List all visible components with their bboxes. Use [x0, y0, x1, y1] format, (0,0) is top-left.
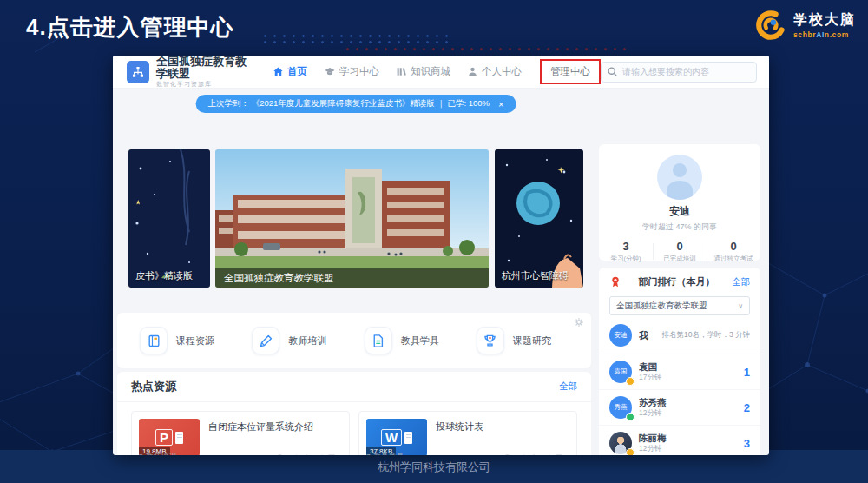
resource-category: 2.教师培训: [139, 452, 177, 455]
nav-item-learning-center[interactable]: 学习中心: [324, 65, 379, 78]
last-learned-notice[interactable]: 上次学到： 《2021年度儿童发展障碍康复行业蓝皮书》精读版 ｜ 已学: 100…: [196, 95, 516, 113]
ranking-all-link[interactable]: 全部: [732, 276, 750, 288]
hot-resources-card: 热点资源 全部 P 19.8MB 自闭症本位评量系统介绍 2.教师培训: [117, 372, 591, 455]
comment-icon: [327, 453, 336, 456]
search-icon: [607, 66, 618, 77]
avatar: [657, 155, 702, 200]
stat-passed-exams: 0 通过独立考试: [707, 240, 760, 263]
resource-title: 投球统计表: [436, 420, 483, 433]
banner-caption-center: 全国孤独症教育教学联盟: [215, 268, 489, 288]
pencil-icon: [259, 334, 273, 348]
award-ribbon-icon: [609, 275, 621, 288]
document-icon: [371, 334, 385, 348]
avatar: 袁国: [609, 361, 632, 383]
nav-item-personal-center[interactable]: 个人中心: [467, 65, 522, 78]
org-name: 全国孤独症教育教学联盟: [156, 56, 252, 80]
slide-canvas: 4.点击进入管理中心 学校大脑 schbrAIn.com 全国孤独症教育教学联盟…: [0, 0, 868, 483]
quick-link-research[interactable]: 课题研究: [477, 327, 551, 354]
brand-logo: 学校大脑 schbrAIn.com: [754, 9, 856, 42]
app-header: 全国孤独症教育教学联盟 数智化学习资源库 首页 学习中心 知识商城: [113, 56, 769, 89]
resource-category: 3.教具学具: [366, 452, 404, 455]
ppt-file-icon: P 19.8MB: [139, 419, 200, 455]
quick-link-teaching-aids[interactable]: 教具学具: [365, 327, 439, 354]
trophy-icon: [483, 334, 497, 348]
quick-link-course-resources[interactable]: 课程资源: [140, 327, 214, 354]
nav-item-knowledge-mall[interactable]: 知识商城: [396, 65, 450, 78]
dot-pattern-decoration-red: [343, 46, 629, 52]
ranking-title: 部门排行（本月）: [621, 275, 732, 288]
org-logo: [127, 61, 149, 83]
my-rank-detail: 排名第10名，学时：3 分钟: [661, 330, 750, 341]
person-icon: [467, 66, 478, 77]
hot-resources-title: 热点资源: [131, 379, 176, 394]
org-subtitle: 数智化学习资源库: [156, 81, 252, 88]
resource-stats: 1 | 0 | 0: [503, 453, 569, 455]
quick-link-teacher-training[interactable]: 教师培训: [252, 327, 326, 354]
chevron-down-icon: ∨: [738, 302, 743, 310]
page-screenshot: 全国孤独症教育教学联盟 数智化学习资源库 首页 学习中心 知识商城: [113, 56, 769, 455]
green-medal-icon: [626, 413, 635, 421]
gold-medal-icon: [626, 377, 635, 386]
banner-caption-right: 杭州市心智障碍: [502, 269, 569, 282]
schoolbrain-swirl-icon: [754, 9, 787, 42]
ranking-row[interactable]: 袁国 袁国17分钟 1: [599, 354, 760, 390]
ranking-row-me[interactable]: 安迪 我 排名第10名，学时：3 分钟: [599, 317, 760, 354]
banner-slide-right[interactable]: 杭州市心智障碍: [495, 149, 583, 288]
quick-links-card: 课程资源 教师培训 教具学具: [117, 313, 591, 368]
main-nav: 首页 学习中心 知识商城 个人中心 管理中心: [273, 59, 601, 84]
sitemap-icon: [131, 65, 145, 79]
home-icon: [273, 66, 284, 77]
thumbs-up-icon: [529, 453, 538, 456]
planet-illustration-image: [495, 149, 583, 288]
nav-item-admin-center-highlighted[interactable]: 管理中心: [540, 59, 601, 84]
profile-caption: 学时超过 47% 的同事: [599, 222, 760, 233]
resource-card-word[interactable]: W 37.8KB 投球统计表 3.教具学具 1 | 0 | 0: [358, 411, 577, 455]
dot-pattern-decoration: [260, 33, 451, 46]
close-icon[interactable]: ×: [498, 99, 503, 109]
avatar: 秀燕: [609, 396, 632, 419]
stat-study-minutes: 3 学习(分钟): [599, 240, 653, 263]
profile-stats: 3 学习(分钟) 0 已完成培训 0 通过独立考试: [599, 240, 760, 263]
banner-caption-left: 皮书》精读版: [135, 269, 193, 282]
brand-domain: schbrAIn.com: [793, 30, 856, 39]
banner-slide-left[interactable]: 皮书》精读版: [128, 149, 210, 288]
gold-medal-icon: [626, 448, 635, 455]
ranking-row[interactable]: 秀燕 苏秀燕12分钟 2: [599, 390, 760, 426]
company-footer: 杭州学同科技有限公司: [0, 460, 868, 475]
school-building-image: [215, 149, 489, 288]
graduation-cap-icon: [324, 66, 336, 77]
resource-stats: 1 | 0 | 0: [275, 453, 342, 455]
rank-number: 1: [744, 366, 750, 379]
notice-text: 上次学到： 《2021年度儿童发展障碍康复行业蓝皮书》精读版 ｜ 已学: 100…: [208, 98, 490, 109]
resource-title: 自闭症本位评量系统介绍: [208, 420, 313, 433]
rank-number: 3: [744, 437, 750, 450]
nav-item-home[interactable]: 首页: [273, 65, 307, 78]
stat-completed-trainings: 0 已完成培训: [653, 240, 707, 263]
library-books-icon: [396, 66, 407, 77]
rank-number: 2: [744, 401, 750, 414]
department-ranking-card: 部门排行（本月） 全部 全国孤独症教育教学联盟 ∨ 安迪 我 排名第10名，学时…: [599, 268, 760, 455]
comment-icon: [555, 453, 563, 456]
search-box: [601, 62, 757, 83]
department-select[interactable]: 全国孤独症教育教学联盟 ∨: [609, 296, 750, 315]
avatar: 安迪: [609, 324, 632, 347]
avatar: [609, 432, 632, 454]
eye-icon: [275, 453, 285, 455]
profile-card: 安迪 学时超过 47% 的同事 3 学习(分钟) 0 已完成培训 0 通过独立考…: [599, 144, 760, 261]
eye-icon: [503, 453, 512, 455]
app-body: 上次学到： 《2021年度儿童发展障碍康复行业蓝皮书》精读版 ｜ 已学: 100…: [113, 89, 769, 455]
hot-resources-all-link[interactable]: 全部: [559, 380, 577, 393]
book-icon: [147, 334, 161, 348]
gear-icon[interactable]: [574, 317, 584, 328]
brand-name: 学校大脑: [793, 11, 856, 30]
slide-title: 4.点击进入管理中心: [26, 12, 234, 43]
search-input[interactable]: [601, 62, 757, 83]
banner-slide-center[interactable]: 全国孤独症教育教学联盟: [215, 149, 489, 288]
profile-name: 安迪: [599, 204, 760, 219]
word-file-icon: W 37.8KB: [366, 419, 427, 455]
ranking-row[interactable]: 陈丽梅12分钟 3: [599, 426, 760, 455]
resource-card-ppt[interactable]: P 19.8MB 自闭症本位评量系统介绍 2.教师培训 1 | 0 | 0: [131, 411, 350, 455]
thumbs-up-icon: [302, 453, 311, 456]
bluebook-cover-image: [128, 149, 210, 288]
